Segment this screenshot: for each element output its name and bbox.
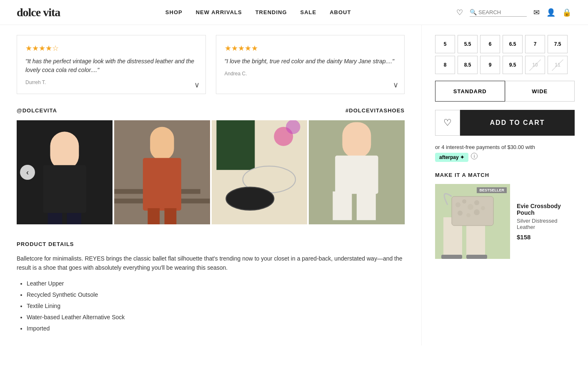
cart-icon[interactable]: 🔒 — [562, 8, 571, 17]
wishlist-icon[interactable]: ♡ — [456, 8, 463, 17]
svg-rect-26 — [452, 196, 493, 226]
social-image-4 — [309, 120, 405, 224]
nav-shop[interactable]: SHOP — [165, 9, 183, 15]
match-product-image[interactable]: BESTSELLER — [435, 184, 510, 259]
review-expand-1[interactable]: ∨ — [194, 80, 200, 89]
search-wrap: 🔍 — [470, 8, 527, 17]
size-btn-5[interactable]: 5 — [435, 35, 455, 53]
feature-item: Recycled Synthetic Outsole — [27, 291, 405, 299]
match-product-name: Evie Crossbody Pouch — [517, 203, 575, 216]
reviews-section: ★★★★☆ "It has the perfect vintage look w… — [17, 35, 405, 94]
match-product-price: $158 — [517, 233, 575, 241]
feature-item: Water-based Leather Alternative Sock — [27, 313, 405, 322]
social-header: @DOLCEVITA #DOLCEVITASHOES — [17, 107, 405, 114]
page-layout: ★★★★☆ "It has the perfect vintage look w… — [0, 25, 588, 345]
svg-rect-20 — [335, 156, 378, 194]
size-btn-8[interactable]: 8 — [435, 56, 455, 74]
nav-new-arrivals[interactable]: NEW ARRIVALS — [196, 9, 242, 15]
width-buttons: STANDARD WIDE — [435, 81, 575, 102]
size-section: 5 5.5 6 6.5 7 7.5 8 8.5 9 9.5 10 11 — [435, 35, 575, 74]
social-carousel: ‹ — [17, 120, 405, 224]
search-icon: 🔍 — [470, 9, 477, 15]
feature-item: Leather Upper — [27, 279, 405, 288]
review-text-2: "I love the bright, true red color and t… — [225, 57, 396, 66]
product-details: PRODUCT DETAILS Balletcore for minimalis… — [17, 241, 405, 333]
svg-rect-19 — [343, 122, 371, 158]
svg-rect-10 — [148, 208, 160, 224]
svg-rect-11 — [164, 208, 176, 224]
svg-rect-13 — [216, 120, 255, 170]
svg-rect-2 — [43, 165, 86, 213]
social-image-3 — [212, 120, 308, 224]
match-card: BESTSELLER — [435, 184, 575, 259]
svg-rect-22 — [357, 191, 376, 220]
user-icon[interactable]: 👤 — [546, 8, 555, 17]
mail-icon[interactable]: ✉ — [533, 8, 540, 17]
add-to-cart-row: ♡ ADD TO CART — [435, 110, 575, 136]
size-btn-85[interactable]: 8.5 — [458, 56, 478, 74]
size-btn-11[interactable]: 11 — [548, 56, 568, 74]
review-stars-1: ★★★★☆ — [25, 44, 197, 53]
nav-about[interactable]: ABOUT — [330, 9, 351, 15]
svg-point-29 — [468, 204, 473, 210]
nav-sale[interactable]: SALE — [300, 9, 317, 15]
match-product-badge: BESTSELLER — [477, 187, 507, 193]
review-text-1: "It has the perfect vintage look with th… — [25, 57, 197, 75]
width-wide-button[interactable]: WIDE — [505, 81, 575, 102]
match-product-subtitle: Silver Distressed Leather — [517, 218, 575, 230]
svg-point-17 — [286, 120, 300, 134]
social-hashtag: #DOLCEVITASHOES — [345, 107, 405, 114]
svg-rect-35 — [441, 255, 462, 259]
size-grid: 5 5.5 6 6.5 7 7.5 8 8.5 9 9.5 10 11 — [435, 35, 575, 74]
product-features-list: Leather Upper Recycled Synthetic Outsole… — [17, 279, 405, 333]
svg-point-15 — [226, 187, 274, 210]
right-panel: 5 5.5 6 6.5 7 7.5 8 8.5 9 9.5 10 11 STAN… — [421, 25, 588, 345]
carousel-prev-button[interactable]: ‹ — [20, 165, 35, 180]
svg-rect-21 — [333, 191, 352, 220]
afterpay-info-icon[interactable]: i — [471, 153, 478, 159]
make-it-a-match-section: MAKE IT A MATCH BESTSELLER — [435, 172, 575, 259]
svg-point-28 — [462, 199, 466, 204]
social-image-2 — [114, 120, 210, 224]
wishlist-button[interactable]: ♡ — [435, 110, 460, 136]
afterpay-text: or 4 interest-free payments of $30.00 wi… — [435, 144, 535, 150]
search-input[interactable] — [477, 8, 527, 16]
size-btn-7[interactable]: 7 — [525, 35, 545, 53]
svg-rect-1 — [50, 132, 79, 170]
svg-rect-4 — [67, 213, 81, 224]
size-btn-9[interactable]: 9 — [480, 56, 500, 74]
svg-point-30 — [474, 200, 479, 205]
social-grid — [17, 120, 405, 224]
svg-rect-3 — [48, 213, 62, 224]
svg-point-34 — [474, 209, 480, 215]
feature-item: Textile Lining — [27, 302, 405, 310]
left-panel: ★★★★☆ "It has the perfect vintage look w… — [0, 25, 421, 345]
svg-rect-9 — [143, 158, 181, 211]
size-btn-10[interactable]: 10 — [525, 56, 545, 74]
size-btn-55[interactable]: 5.5 — [458, 35, 478, 53]
svg-rect-8 — [150, 127, 174, 160]
review-stars-2: ★★★★★ — [225, 44, 396, 53]
social-handle: @DOLCEVITA — [17, 107, 57, 114]
width-standard-button[interactable]: STANDARD — [435, 81, 505, 102]
afterpay-badge[interactable]: afterpay ✦ — [435, 153, 468, 162]
svg-point-33 — [466, 213, 470, 217]
svg-rect-36 — [466, 255, 487, 259]
size-btn-75[interactable]: 7.5 — [548, 35, 568, 53]
svg-point-27 — [455, 202, 460, 207]
nav-trending[interactable]: TRENDING — [255, 9, 287, 15]
afterpay-section: or 4 interest-free payments of $30.00 wi… — [435, 144, 575, 162]
size-btn-95[interactable]: 9.5 — [503, 56, 523, 74]
nav-links: SHOP NEW ARRIVALS TRENDING SALE ABOUT — [165, 9, 351, 15]
size-btn-65[interactable]: 6.5 — [503, 35, 523, 53]
nav-right: ♡ 🔍 ✉ 👤 🔒 — [456, 8, 571, 17]
logo[interactable]: dolce vita — [17, 6, 60, 19]
add-to-cart-button[interactable]: ADD TO CART — [460, 110, 575, 136]
size-btn-6[interactable]: 6 — [480, 35, 500, 53]
svg-point-31 — [481, 206, 485, 210]
product-details-title: PRODUCT DETAILS — [17, 241, 405, 247]
navbar: dolce vita SHOP NEW ARRIVALS TRENDING SA… — [0, 0, 588, 25]
review-expand-2[interactable]: ∨ — [393, 80, 398, 89]
svg-point-32 — [458, 211, 463, 216]
make-it-a-match-title: MAKE IT A MATCH — [435, 172, 575, 178]
